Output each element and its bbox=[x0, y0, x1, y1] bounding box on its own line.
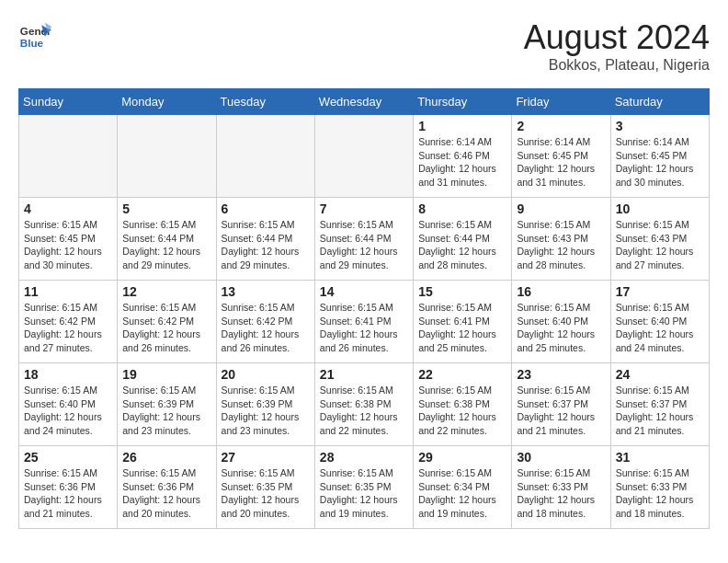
page-header: General Blue August 2024 Bokkos, Plateau… bbox=[18, 18, 710, 74]
weekday-header-thursday: Thursday bbox=[414, 89, 512, 115]
day-info: Sunrise: 6:15 AM Sunset: 6:44 PM Dayligh… bbox=[320, 218, 408, 272]
day-number: 2 bbox=[517, 119, 605, 133]
day-number: 15 bbox=[418, 284, 506, 299]
calendar-week-row: 1Sunrise: 6:14 AM Sunset: 6:46 PM Daylig… bbox=[19, 115, 710, 198]
calendar-cell: 2Sunrise: 6:14 AM Sunset: 6:45 PM Daylig… bbox=[512, 115, 610, 198]
calendar-cell: 9Sunrise: 6:15 AM Sunset: 6:43 PM Daylig… bbox=[512, 198, 610, 281]
day-info: Sunrise: 6:15 AM Sunset: 6:45 PM Dayligh… bbox=[24, 218, 112, 272]
calendar-cell: 13Sunrise: 6:15 AM Sunset: 6:42 PM Dayli… bbox=[216, 281, 314, 363]
weekday-header-monday: Monday bbox=[118, 89, 216, 115]
calendar-cell: 20Sunrise: 6:15 AM Sunset: 6:39 PM Dayli… bbox=[216, 363, 314, 446]
day-number: 3 bbox=[616, 119, 704, 133]
day-info: Sunrise: 6:15 AM Sunset: 6:33 PM Dayligh… bbox=[616, 466, 704, 521]
calendar-week-row: 11Sunrise: 6:15 AM Sunset: 6:42 PM Dayli… bbox=[19, 281, 710, 363]
weekday-header-saturday: Saturday bbox=[610, 89, 709, 115]
title-area: August 2024 Bokkos, Plateau, Nigeria bbox=[524, 18, 710, 74]
calendar-cell: 1Sunrise: 6:14 AM Sunset: 6:46 PM Daylig… bbox=[414, 115, 512, 198]
day-info: Sunrise: 6:15 AM Sunset: 6:37 PM Dayligh… bbox=[616, 384, 704, 438]
day-info: Sunrise: 6:15 AM Sunset: 6:34 PM Dayligh… bbox=[418, 466, 506, 521]
day-info: Sunrise: 6:14 AM Sunset: 6:45 PM Dayligh… bbox=[517, 135, 605, 190]
weekday-header-row: SundayMondayTuesdayWednesdayThursdayFrid… bbox=[19, 89, 710, 115]
day-number: 1 bbox=[418, 119, 506, 133]
calendar-cell: 7Sunrise: 6:15 AM Sunset: 6:44 PM Daylig… bbox=[314, 198, 413, 281]
day-number: 14 bbox=[320, 284, 408, 299]
calendar-cell: 10Sunrise: 6:15 AM Sunset: 6:43 PM Dayli… bbox=[610, 198, 709, 281]
calendar-cell: 12Sunrise: 6:15 AM Sunset: 6:42 PM Dayli… bbox=[118, 281, 216, 363]
day-number: 17 bbox=[616, 284, 704, 299]
calendar-week-row: 4Sunrise: 6:15 AM Sunset: 6:45 PM Daylig… bbox=[19, 198, 710, 281]
month-title: August 2024 bbox=[524, 18, 710, 57]
day-info: Sunrise: 6:15 AM Sunset: 6:40 PM Dayligh… bbox=[24, 384, 112, 438]
day-info: Sunrise: 6:15 AM Sunset: 6:36 PM Dayligh… bbox=[122, 466, 210, 521]
day-info: Sunrise: 6:15 AM Sunset: 6:41 PM Dayligh… bbox=[320, 301, 408, 355]
day-info: Sunrise: 6:15 AM Sunset: 6:43 PM Dayligh… bbox=[517, 218, 605, 272]
calendar-cell: 19Sunrise: 6:15 AM Sunset: 6:39 PM Dayli… bbox=[118, 363, 216, 446]
calendar-cell: 4Sunrise: 6:15 AM Sunset: 6:45 PM Daylig… bbox=[19, 198, 118, 281]
day-number: 20 bbox=[222, 367, 310, 382]
calendar-cell bbox=[314, 115, 413, 198]
svg-text:Blue: Blue bbox=[20, 37, 44, 49]
day-info: Sunrise: 6:15 AM Sunset: 6:44 PM Dayligh… bbox=[418, 218, 506, 272]
day-number: 24 bbox=[616, 367, 704, 382]
calendar-cell bbox=[216, 115, 314, 198]
day-number: 6 bbox=[222, 201, 310, 216]
calendar-cell: 24Sunrise: 6:15 AM Sunset: 6:37 PM Dayli… bbox=[610, 363, 709, 446]
day-number: 8 bbox=[418, 201, 506, 216]
logo: General Blue bbox=[18, 18, 51, 52]
day-number: 30 bbox=[517, 450, 605, 465]
day-number: 21 bbox=[320, 367, 408, 382]
weekday-header-tuesday: Tuesday bbox=[216, 89, 314, 115]
weekday-header-wednesday: Wednesday bbox=[314, 89, 413, 115]
calendar-cell: 17Sunrise: 6:15 AM Sunset: 6:40 PM Dayli… bbox=[610, 281, 709, 363]
day-number: 9 bbox=[517, 201, 605, 216]
day-number: 7 bbox=[320, 201, 408, 216]
day-number: 13 bbox=[222, 284, 310, 299]
day-info: Sunrise: 6:15 AM Sunset: 6:42 PM Dayligh… bbox=[122, 301, 210, 355]
day-info: Sunrise: 6:15 AM Sunset: 6:36 PM Dayligh… bbox=[24, 466, 112, 521]
day-number: 29 bbox=[418, 450, 506, 465]
day-info: Sunrise: 6:15 AM Sunset: 6:43 PM Dayligh… bbox=[616, 218, 704, 272]
calendar-cell: 29Sunrise: 6:15 AM Sunset: 6:34 PM Dayli… bbox=[414, 446, 512, 529]
day-info: Sunrise: 6:15 AM Sunset: 6:40 PM Dayligh… bbox=[616, 301, 704, 355]
day-info: Sunrise: 6:15 AM Sunset: 6:41 PM Dayligh… bbox=[418, 301, 506, 355]
calendar-cell: 27Sunrise: 6:15 AM Sunset: 6:35 PM Dayli… bbox=[216, 446, 314, 529]
day-number: 27 bbox=[222, 450, 310, 465]
calendar-cell: 15Sunrise: 6:15 AM Sunset: 6:41 PM Dayli… bbox=[414, 281, 512, 363]
day-info: Sunrise: 6:15 AM Sunset: 6:44 PM Dayligh… bbox=[222, 218, 310, 272]
day-info: Sunrise: 6:14 AM Sunset: 6:45 PM Dayligh… bbox=[616, 135, 704, 190]
day-number: 22 bbox=[418, 367, 506, 382]
calendar-cell bbox=[19, 115, 118, 198]
calendar-cell: 23Sunrise: 6:15 AM Sunset: 6:37 PM Dayli… bbox=[512, 363, 610, 446]
day-info: Sunrise: 6:15 AM Sunset: 6:40 PM Dayligh… bbox=[517, 301, 605, 355]
day-number: 19 bbox=[122, 367, 210, 382]
day-number: 16 bbox=[517, 284, 605, 299]
calendar-week-row: 18Sunrise: 6:15 AM Sunset: 6:40 PM Dayli… bbox=[19, 363, 710, 446]
day-info: Sunrise: 6:15 AM Sunset: 6:42 PM Dayligh… bbox=[222, 301, 310, 355]
day-info: Sunrise: 6:15 AM Sunset: 6:44 PM Dayligh… bbox=[122, 218, 210, 272]
day-number: 28 bbox=[320, 450, 408, 465]
day-info: Sunrise: 6:15 AM Sunset: 6:33 PM Dayligh… bbox=[517, 466, 605, 521]
day-info: Sunrise: 6:15 AM Sunset: 6:42 PM Dayligh… bbox=[24, 301, 112, 355]
location-subtitle: Bokkos, Plateau, Nigeria bbox=[524, 57, 710, 74]
calendar-cell: 25Sunrise: 6:15 AM Sunset: 6:36 PM Dayli… bbox=[19, 446, 118, 529]
calendar-cell: 14Sunrise: 6:15 AM Sunset: 6:41 PM Dayli… bbox=[314, 281, 413, 363]
day-number: 12 bbox=[122, 284, 210, 299]
calendar-cell: 30Sunrise: 6:15 AM Sunset: 6:33 PM Dayli… bbox=[512, 446, 610, 529]
day-number: 26 bbox=[122, 450, 210, 465]
calendar-cell: 3Sunrise: 6:14 AM Sunset: 6:45 PM Daylig… bbox=[610, 115, 709, 198]
calendar-cell: 8Sunrise: 6:15 AM Sunset: 6:44 PM Daylig… bbox=[414, 198, 512, 281]
calendar-cell: 16Sunrise: 6:15 AM Sunset: 6:40 PM Dayli… bbox=[512, 281, 610, 363]
day-number: 18 bbox=[24, 367, 112, 382]
day-info: Sunrise: 6:15 AM Sunset: 6:35 PM Dayligh… bbox=[320, 466, 408, 521]
logo-icon: General Blue bbox=[18, 18, 51, 52]
day-number: 10 bbox=[616, 201, 704, 216]
day-number: 25 bbox=[24, 450, 112, 465]
calendar-cell: 28Sunrise: 6:15 AM Sunset: 6:35 PM Dayli… bbox=[314, 446, 413, 529]
day-number: 23 bbox=[517, 367, 605, 382]
calendar-table: SundayMondayTuesdayWednesdayThursdayFrid… bbox=[18, 88, 710, 529]
calendar-cell: 22Sunrise: 6:15 AM Sunset: 6:38 PM Dayli… bbox=[414, 363, 512, 446]
calendar-cell: 6Sunrise: 6:15 AM Sunset: 6:44 PM Daylig… bbox=[216, 198, 314, 281]
calendar-cell: 18Sunrise: 6:15 AM Sunset: 6:40 PM Dayli… bbox=[19, 363, 118, 446]
day-number: 11 bbox=[24, 284, 112, 299]
day-number: 31 bbox=[616, 450, 704, 465]
